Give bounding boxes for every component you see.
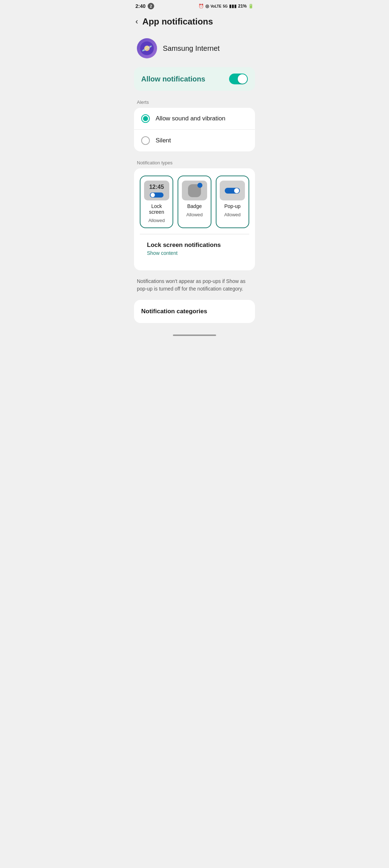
allow-notifications-label: Allow notifications <box>141 75 205 83</box>
popup-toggle-mini <box>225 188 240 194</box>
notification-categories-label: Notification categories <box>141 308 207 315</box>
app-icon-inner: 🪐 <box>140 41 154 55</box>
lock-screen-notifications-title: Lock screen notifications <box>147 242 242 249</box>
5g-icon: 5G <box>223 4 228 8</box>
alerts-section-label: Alerts <box>130 97 259 108</box>
lock-toggle-mini <box>150 192 164 198</box>
badge-dot <box>197 183 202 188</box>
silent-option[interactable]: Silent <box>134 129 255 151</box>
battery-level: 21% <box>238 4 247 9</box>
status-left: 2:40 2 <box>135 3 154 9</box>
lock-toggle-knob <box>151 193 155 197</box>
home-bar <box>173 335 216 336</box>
lock-screen-notifications-subtitle: Show content <box>147 250 242 256</box>
lock-time-display: 12:45 <box>149 184 164 190</box>
popup-label: Pop-up <box>224 203 241 209</box>
hotspot-icon: ◎ <box>205 4 209 9</box>
lockscreen-status: Allowed <box>148 218 165 223</box>
radio-sound-vibration[interactable] <box>141 114 150 123</box>
silent-label: Silent <box>156 137 171 144</box>
home-indicator <box>130 330 259 339</box>
allow-sound-vibration-label: Allow sound and vibration <box>156 115 225 122</box>
allow-sound-vibration-option[interactable]: Allow sound and vibration <box>134 108 255 129</box>
badge-label: Badge <box>187 203 202 209</box>
popup-type-item[interactable]: Pop-up Allowed <box>216 176 249 228</box>
header: ‹ App notifications <box>130 11 259 34</box>
badge-preview <box>182 181 207 200</box>
page-title: App notifications <box>142 17 213 27</box>
lockscreen-preview: 12:45 <box>144 181 169 200</box>
notification-types-section-label: Notification types <box>130 157 259 168</box>
popup-preview <box>220 181 245 200</box>
status-right: ⏰ ◎ VoLTE 5G ▮▮▮ 21% 🔋 <box>198 4 254 9</box>
popup-toggle-knob <box>234 188 239 193</box>
radio-silent[interactable] <box>141 136 150 145</box>
app-info: 🪐 Samsung Internet <box>130 34 259 67</box>
allow-notifications-toggle[interactable] <box>229 74 248 84</box>
info-text-section: Notifications won't appear as pop-ups if… <box>130 270 259 300</box>
notification-types-grid: 12:45 Lock screen Allowed Badge Allowed <box>140 176 249 228</box>
info-text: Notifications won't appear as pop-ups if… <box>137 278 252 293</box>
app-icon: 🪐 <box>137 38 157 58</box>
badge-icon-shape <box>188 184 201 197</box>
alerts-card: Allow sound and vibration Silent <box>134 108 255 151</box>
badge-type-item[interactable]: Badge Allowed <box>178 176 211 228</box>
battery-icon: 🔋 <box>248 4 254 9</box>
notification-categories-card[interactable]: Notification categories <box>134 300 255 323</box>
app-name: Samsung Internet <box>163 44 220 53</box>
status-bar: 2:40 2 ⏰ ◎ VoLTE 5G ▮▮▮ 21% 🔋 <box>130 0 259 11</box>
allow-notifications-card[interactable]: Allow notifications <box>134 67 255 91</box>
alarm-icon: ⏰ <box>198 4 204 9</box>
lockscreen-label: Lock screen <box>143 203 170 215</box>
notification-count-badge: 2 <box>148 3 154 9</box>
notification-types-card: 12:45 Lock screen Allowed Badge Allowed <box>134 168 255 270</box>
status-time: 2:40 <box>135 3 146 9</box>
lock-screen-notifications-row[interactable]: Lock screen notifications Show content <box>140 234 249 263</box>
back-button[interactable]: ‹ <box>135 17 138 26</box>
popup-status: Allowed <box>224 212 241 217</box>
toggle-knob <box>238 74 247 84</box>
volte-icon: VoLTE <box>210 4 221 8</box>
saturn-icon: 🪐 <box>142 43 152 53</box>
signal-icon: ▮▮▮ <box>229 4 237 9</box>
badge-status: Allowed <box>186 212 203 217</box>
lockscreen-type-item[interactable]: 12:45 Lock screen Allowed <box>140 176 173 228</box>
